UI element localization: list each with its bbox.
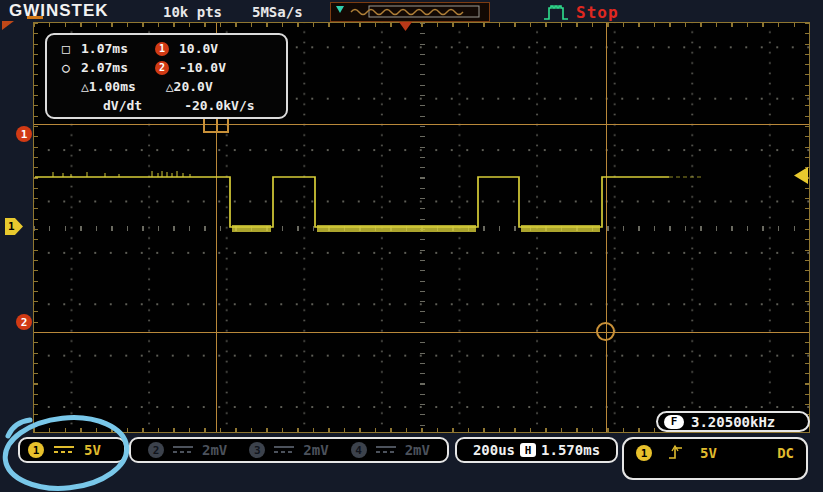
channel3-badge: 3 (249, 442, 265, 458)
cursor-measurement-panel: □ 1.07ms 1 10.0V ○ 2.07ms 2 -10.0V △1.00… (45, 33, 288, 119)
logo-underline (27, 16, 43, 19)
rising-edge-icon (668, 443, 684, 467)
channel2-indicator[interactable]: 2 2mV (137, 442, 238, 458)
h-cursor1-label: 1 (16, 126, 32, 142)
h-cursor2-label: 2 (16, 314, 32, 330)
sample-rate-readout: 5MSa/s (252, 4, 303, 20)
cursor2-channel-badge: 2 (155, 61, 169, 75)
memory-waveform-preview (351, 10, 463, 15)
delta-volt: △20.0V (166, 79, 213, 94)
cursor1-time: 1.07ms (81, 41, 155, 56)
brand-logo: GWINSTEK (9, 1, 109, 21)
channel1-badge: 1 (28, 442, 44, 458)
channel3-scale: 2mV (303, 442, 328, 458)
trigger-position-mini-icon (336, 6, 344, 13)
frequency-icon: F (664, 415, 684, 429)
trigger-indicator[interactable]: 1 5V DC (622, 437, 808, 480)
record-length-readout: 10k pts (163, 4, 222, 20)
frequency-readout: F 3.20500kHz (656, 411, 810, 432)
dvdt-value: -20.0kV/s (184, 98, 254, 113)
dc-coupling-icon (274, 445, 294, 455)
trigger-source-badge: 1 (636, 445, 652, 461)
channel4-badge: 4 (351, 442, 367, 458)
window-indicator (369, 6, 479, 17)
oscilloscope-screen: GWINSTEK 10k pts 5MSa/s Stop 1 2 1 (0, 0, 823, 492)
channel1-ground-marker[interactable]: 1 (5, 218, 23, 235)
horizontal-position-icon: H (520, 443, 536, 457)
channel1-indicator[interactable]: 1 5V (18, 437, 126, 463)
dvdt-label: dV/dt (103, 98, 142, 113)
trigger-level: 5V (700, 445, 717, 461)
cursor1-symbol: □ (57, 41, 75, 56)
delta-time: △1.00ms (81, 79, 136, 94)
channels-2-3-4-indicator: 2 2mV 3 2mV 4 2mV (129, 437, 449, 463)
cursor1-channel-badge: 1 (155, 42, 169, 56)
channel2-scale: 2mV (202, 442, 227, 458)
channel3-indicator[interactable]: 3 2mV (238, 442, 339, 458)
timebase-scale: 200us (473, 442, 515, 458)
dc-coupling-icon (173, 445, 193, 455)
dc-coupling-icon (54, 445, 74, 455)
cursor2-symbol: ○ (57, 60, 75, 75)
trigger-coupling: DC (777, 445, 794, 461)
channel4-indicator[interactable]: 4 2mV (340, 442, 441, 458)
channel4-scale: 2mV (405, 442, 430, 458)
frequency-value: 3.20500kHz (691, 414, 775, 430)
cursor2-time: 2.07ms (81, 60, 155, 75)
acquisition-status: Stop (576, 3, 619, 22)
timebase-indicator[interactable]: 200us H 1.570ms (455, 437, 618, 463)
channel1-scale: 5V (84, 442, 101, 458)
cursor1-volt: 10.0V (179, 41, 218, 56)
cursor2-volt: -10.0V (179, 60, 226, 75)
channel2-badge: 2 (148, 442, 164, 458)
memory-position-bar (330, 2, 490, 22)
corner-indicator (2, 21, 14, 30)
timebase-position: 1.570ms (541, 442, 600, 458)
dc-coupling-icon (376, 445, 396, 455)
